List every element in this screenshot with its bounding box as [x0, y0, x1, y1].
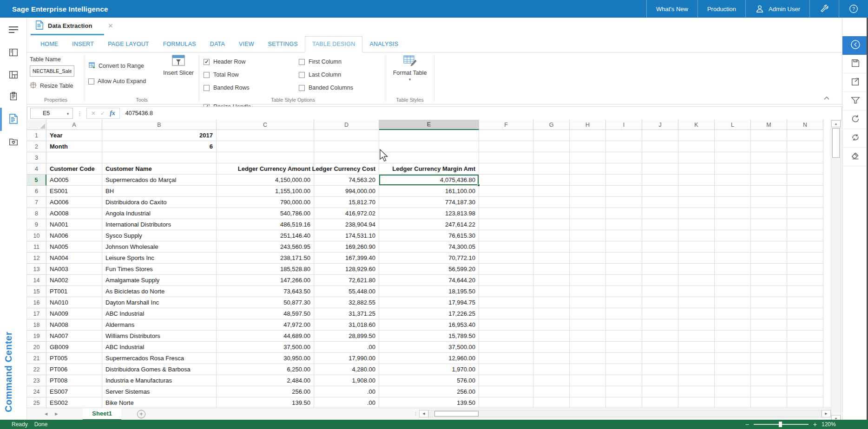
row-header-4[interactable]: 4: [27, 163, 46, 175]
convert-to-range-button[interactable]: Convert to Range: [88, 62, 161, 70]
cell-A13[interactable]: NA003: [46, 264, 102, 275]
cell-D12[interactable]: 167,399.40: [314, 253, 379, 264]
row-header-15[interactable]: 15: [27, 286, 46, 297]
cell-B17[interactable]: ABC Industrial: [102, 308, 217, 319]
cell-L15[interactable]: [715, 286, 751, 297]
zoom-percent[interactable]: 120%: [822, 421, 837, 428]
cell-E10[interactable]: 76,615.30: [379, 230, 479, 241]
cell-E19[interactable]: 15,789.50: [379, 331, 479, 342]
cell-M13[interactable]: [751, 264, 787, 275]
cell-C3[interactable]: [217, 152, 314, 163]
cell-A19[interactable]: NA007: [46, 331, 102, 342]
cell-B25[interactable]: Bike Norte: [102, 397, 217, 408]
name-box[interactable]: E5 ▼: [30, 108, 73, 119]
help-button[interactable]: ?: [839, 0, 868, 18]
cell-B6[interactable]: BH: [102, 186, 217, 197]
confirm-entry-icon[interactable]: ✓: [100, 110, 105, 117]
cell-N15[interactable]: [787, 286, 823, 297]
row-header-20[interactable]: 20: [27, 342, 46, 353]
cell-M8[interactable]: [751, 208, 787, 219]
zoom-out-button[interactable]: −: [745, 421, 749, 428]
sheet-tab[interactable]: Sheet1: [83, 408, 121, 420]
cell-H23[interactable]: [570, 375, 606, 386]
ribbon-tab-analysis[interactable]: ANALYSIS: [362, 37, 405, 52]
cell-L14[interactable]: [715, 275, 751, 286]
cell-J13[interactable]: [642, 264, 678, 275]
checkbox-banded-rows[interactable]: [204, 85, 210, 91]
cell-D20[interactable]: .00: [314, 342, 379, 353]
cell-L19[interactable]: [715, 331, 751, 342]
horizontal-scrollbar[interactable]: ⁞ ◀ ▶: [415, 410, 831, 417]
cell-F3[interactable]: [479, 152, 533, 163]
cell-K4[interactable]: [678, 163, 715, 175]
cell-K9[interactable]: [678, 219, 715, 230]
checkbox-row-banded-rows[interactable]: Banded Rows: [204, 84, 299, 91]
ribbon-tab-data[interactable]: DATA: [203, 37, 232, 52]
cell-K8[interactable]: [678, 208, 715, 219]
ribbon-tab-settings[interactable]: SETTINGS: [261, 37, 305, 52]
cell-L6[interactable]: [715, 186, 751, 197]
cell-C20[interactable]: 37,500.00: [217, 342, 314, 353]
cell-D25[interactable]: .00: [314, 397, 379, 408]
cell-L4[interactable]: [715, 163, 751, 175]
cell-L9[interactable]: [715, 219, 751, 230]
cell-C5[interactable]: 4,150,000.00: [217, 175, 314, 186]
cell-C15[interactable]: 73,643.50: [217, 286, 314, 297]
cell-H19[interactable]: [570, 331, 606, 342]
cell-G3[interactable]: [533, 152, 570, 163]
fill-handle[interactable]: [477, 184, 480, 187]
cell-B15[interactable]: As Bicicletas do Norte: [102, 286, 217, 297]
cell-A20[interactable]: GB009: [46, 342, 102, 353]
cell-M25[interactable]: [751, 397, 787, 408]
cell-E9[interactable]: 247,614.22: [379, 219, 479, 230]
cell-E17[interactable]: 17,226.25: [379, 308, 479, 319]
cell-M3[interactable]: [751, 152, 787, 163]
cell-H25[interactable]: [570, 397, 606, 408]
cell-I9[interactable]: [606, 219, 642, 230]
cell-B11[interactable]: Johnson Wholesale: [102, 241, 217, 253]
cell-E3[interactable]: [379, 152, 479, 163]
cell-L7[interactable]: [715, 197, 751, 208]
row-header-1[interactable]: 1: [27, 130, 46, 141]
cell-F6[interactable]: [479, 186, 533, 197]
row-header-17[interactable]: 17: [27, 308, 46, 319]
cell-N6[interactable]: [787, 186, 823, 197]
cell-F9[interactable]: [479, 219, 533, 230]
cell-N4[interactable]: [787, 163, 823, 175]
insert-function-button[interactable]: fx: [110, 110, 115, 117]
scroll-up-icon[interactable]: ▲: [831, 120, 841, 127]
cell-L23[interactable]: [715, 375, 751, 386]
cell-H20[interactable]: [570, 342, 606, 353]
scroll-right-icon[interactable]: ▶: [822, 410, 831, 417]
cell-L18[interactable]: [715, 319, 751, 331]
cell-I5[interactable]: [606, 175, 642, 186]
cell-G4[interactable]: [533, 163, 570, 175]
cell-C22[interactable]: 6,250.00: [217, 364, 314, 375]
cell-N16[interactable]: [787, 297, 823, 308]
cell-B5[interactable]: Supermercados do Marçal: [102, 175, 217, 186]
close-tab-icon[interactable]: ✕: [108, 22, 113, 29]
cell-A2[interactable]: Month: [46, 141, 102, 152]
next-sheet-icon[interactable]: ▶: [51, 412, 61, 416]
cell-A22[interactable]: PT006: [46, 364, 102, 375]
row-header-13[interactable]: 13: [27, 264, 46, 275]
cell-H13[interactable]: [570, 264, 606, 275]
cell-H1[interactable]: [570, 130, 606, 141]
cell-J9[interactable]: [642, 219, 678, 230]
cell-C1[interactable]: [217, 130, 314, 141]
cell-M9[interactable]: [751, 219, 787, 230]
cell-J23[interactable]: [642, 375, 678, 386]
cell-H3[interactable]: [570, 152, 606, 163]
cell-D3[interactable]: [314, 152, 379, 163]
cell-I10[interactable]: [606, 230, 642, 241]
cell-E20[interactable]: 37,500.00: [379, 342, 479, 353]
cell-B20[interactable]: ABC Industrial: [102, 342, 217, 353]
cell-G7[interactable]: [533, 197, 570, 208]
cell-G9[interactable]: [533, 219, 570, 230]
sidebar-item-reports[interactable]: [0, 91, 27, 103]
cell-A16[interactable]: NA010: [46, 297, 102, 308]
cell-J18[interactable]: [642, 319, 678, 331]
cell-E21[interactable]: 12,960.00: [379, 353, 479, 364]
cell-A9[interactable]: NA001: [46, 219, 102, 230]
cell-D19[interactable]: 28,899.50: [314, 331, 379, 342]
